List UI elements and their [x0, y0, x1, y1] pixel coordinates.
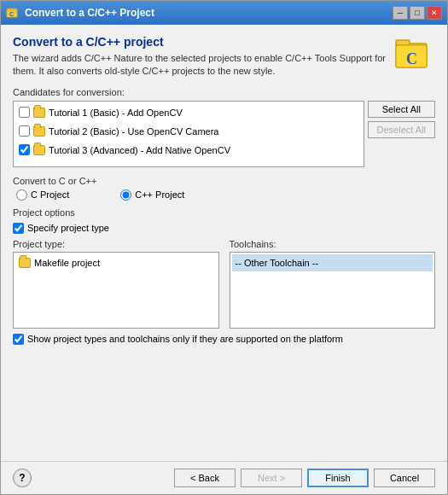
- candidate-item-2[interactable]: Tutorial 2 (Basic) - Use OpenCV Camera: [15, 122, 362, 141]
- specify-label: Specify project type: [27, 223, 109, 233]
- cancel-button[interactable]: Cancel: [374, 469, 435, 487]
- project-type-item-label-1: Makefile project: [34, 258, 100, 268]
- window-title: Convert to a C/C++ Project: [25, 7, 393, 19]
- folder-icon-3: [33, 145, 45, 155]
- two-col: Project type: Makefile project Toolchain…: [13, 239, 435, 329]
- candidates-label: Candidates for conversion:: [13, 87, 435, 97]
- header-icon: C: [394, 35, 435, 76]
- back-button[interactable]: < Back: [174, 469, 236, 487]
- project-type-col: Project type: Makefile project: [13, 239, 219, 329]
- window-controls: ─ □ ✕: [393, 6, 442, 20]
- folder-icon-2: [33, 126, 45, 137]
- dialog-content: Convert to a C/C++ project The wizard ad…: [1, 25, 447, 461]
- radio-row: C Project C++ Project: [13, 189, 435, 201]
- candidates-section: Candidates for conversion: Tutorial 1 (B…: [13, 87, 435, 167]
- svg-rect-4: [396, 40, 410, 45]
- window-icon: C: [6, 6, 20, 20]
- minimize-button[interactable]: ─: [393, 6, 408, 20]
- project-options-title: Project options: [13, 207, 435, 218]
- candidates-list[interactable]: Tutorial 1 (Basic) - Add OpenCV Tutorial…: [13, 101, 364, 167]
- makefile-folder-icon: [19, 258, 31, 268]
- cpp-project-option[interactable]: C++ Project: [120, 189, 184, 201]
- header-text: Convert to a C/C++ project The wizard ad…: [13, 35, 386, 79]
- platform-label: Show project types and toolchains only i…: [27, 334, 343, 344]
- next-button[interactable]: Next >: [241, 469, 302, 487]
- main-window: C Convert to a C/C++ Project ─ □ ✕ Conve…: [0, 0, 448, 495]
- convert-section: Convert to C or C++ C Project C++ Projec…: [13, 176, 435, 201]
- specify-checkbox[interactable]: [13, 223, 24, 234]
- convert-label: Convert to C or C++: [13, 176, 435, 186]
- toolchains-list[interactable]: -- Other Toolchain --: [230, 252, 436, 329]
- candidates-buttons: Select All Deselect All: [368, 101, 435, 167]
- candidate-checkbox-2[interactable]: [19, 125, 30, 137]
- maximize-button[interactable]: □: [410, 6, 425, 20]
- candidate-checkbox-1[interactable]: [19, 107, 30, 118]
- dialog-title: Convert to a C/C++ project: [13, 35, 386, 49]
- toolchain-item-label-1: -- Other Toolchain --: [236, 258, 319, 268]
- bottom-buttons: < Back Next > Finish Cancel: [174, 469, 435, 487]
- candidates-box-row: Tutorial 1 (Basic) - Add OpenCV Tutorial…: [13, 101, 435, 167]
- specify-row[interactable]: Specify project type: [13, 223, 435, 234]
- cpp-project-radio[interactable]: [120, 189, 131, 201]
- c-project-option[interactable]: C Project: [16, 189, 69, 201]
- toolchains-label: Toolchains:: [230, 239, 436, 249]
- title-bar: C Convert to a C/C++ Project ─ □ ✕: [1, 1, 447, 25]
- candidate-item-1[interactable]: Tutorial 1 (Basic) - Add OpenCV: [15, 103, 362, 122]
- c-project-radio[interactable]: [16, 189, 27, 201]
- toolchains-col: Toolchains: -- Other Toolchain --: [230, 239, 436, 329]
- candidate-item-3[interactable]: Tutorial 3 (Advanced) - Add Native OpenC…: [15, 141, 362, 160]
- deselect-all-button[interactable]: Deselect All: [368, 121, 435, 138]
- select-all-button[interactable]: Select All: [368, 101, 435, 118]
- candidate-checkbox-3[interactable]: [19, 144, 30, 155]
- candidate-label-3: Tutorial 3 (Advanced) - Add Native OpenC…: [49, 145, 230, 155]
- project-options-section: Project options Specify project type Pro…: [13, 207, 435, 345]
- project-type-list[interactable]: Makefile project: [13, 252, 219, 329]
- platform-checkbox[interactable]: [13, 334, 24, 345]
- dialog-description: The wizard adds C/C++ Nature to the sele…: [13, 52, 386, 79]
- project-type-label: Project type:: [13, 239, 219, 249]
- finish-button[interactable]: Finish: [307, 469, 369, 487]
- bottom-bar: ? < Back Next > Finish Cancel: [1, 461, 447, 494]
- platform-row[interactable]: Show project types and toolchains only i…: [13, 334, 435, 345]
- svg-text:C: C: [9, 11, 14, 17]
- folder-icon-1: [33, 108, 45, 118]
- svg-text:C: C: [406, 50, 417, 67]
- help-button[interactable]: ?: [13, 469, 32, 487]
- close-button[interactable]: ✕: [427, 6, 442, 20]
- candidate-label-2: Tutorial 2 (Basic) - Use OpenCV Camera: [49, 126, 219, 137]
- project-type-item-1[interactable]: Makefile project: [15, 254, 217, 271]
- candidate-label-1: Tutorial 1 (Basic) - Add OpenCV: [49, 108, 183, 118]
- c-project-label: C Project: [31, 189, 69, 200]
- cpp-project-label: C++ Project: [135, 189, 184, 200]
- toolchain-item-1[interactable]: -- Other Toolchain --: [232, 254, 433, 271]
- header-section: Convert to a C/C++ project The wizard ad…: [13, 35, 435, 79]
